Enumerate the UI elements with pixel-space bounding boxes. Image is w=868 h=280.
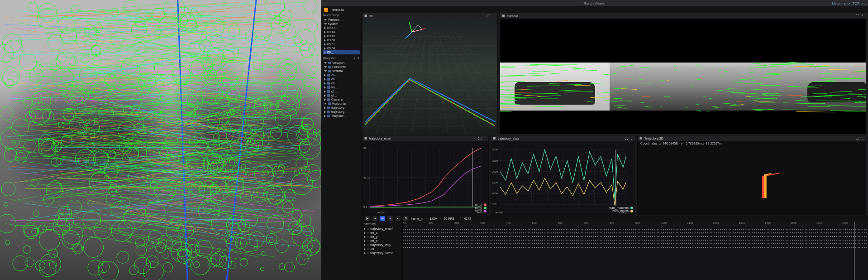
blueprint-item[interactable]: Trajector… <box>323 114 360 118</box>
recording-item[interactable]: 09:51… <box>323 42 360 46</box>
stream-item[interactable]: ○trajectory_error/ <box>364 227 401 231</box>
stream-item[interactable]: ○err_y <box>364 235 401 239</box>
panel-trajectory-stats[interactable]: ▦ trajectory_stats ⛶ ⋮ 50010001500200025… <box>491 135 635 215</box>
svg-point-421 <box>305 77 321 94</box>
trajectory-stats-plot[interactable]: 50010001500200025003000#4100#4550 <box>491 141 635 214</box>
recording-item[interactable]: 09:50… <box>323 38 360 42</box>
recording-item[interactable]: 09:49… <box>323 34 360 38</box>
panel-3d[interactable]: ▦ 3D ⛶ ⋮ <box>362 13 498 134</box>
trajectory-2d-plot[interactable] <box>638 141 866 214</box>
stream-item[interactable]: ○3d <box>364 247 401 251</box>
blueprint-item[interactable]: Horizontal <box>323 101 360 106</box>
panel-camera[interactable]: ▦ Camera ⛶ ⋮ <box>500 13 866 134</box>
menubar[interactable]: rerun.io <box>321 6 868 13</box>
recording-item[interactable]: 09:48… <box>323 30 360 34</box>
svg-line-979 <box>783 71 801 72</box>
svg-point-878 <box>477 116 477 116</box>
svg-line-1020 <box>640 68 649 68</box>
reset-icon[interactable]: ↺ <box>357 56 360 60</box>
svg-point-886 <box>487 121 488 122</box>
loop-button[interactable]: ↻ <box>403 216 408 221</box>
svg-line-933 <box>719 71 727 72</box>
svg-point-825 <box>409 79 410 80</box>
timeline-frame-value[interactable]: 4172 <box>464 217 472 220</box>
blueprint-item[interactable]: trajectory… <box>323 106 360 110</box>
svg-point-904 <box>380 108 381 109</box>
blueprint-item[interactable]: tra… <box>323 85 360 89</box>
panel-trajectory-error[interactable]: ▦ trajectory_error ⛶ ⋮ 0.346.1592#4150#4… <box>362 135 489 215</box>
timeline-toolbar[interactable]: |◂ ◂ ▶ ▸ ▸| ↻ frame_id · 1.00x · 30 FPS … <box>362 215 868 222</box>
svg-point-416 <box>305 164 321 181</box>
blueprint-item[interactable]: gt… <box>323 93 360 97</box>
more-icon[interactable]: ⋮ <box>861 136 864 140</box>
recording-item[interactable]: Welcom… <box>323 18 360 22</box>
timeline-ruler[interactable]: #010020030040050060070080090010001100120… <box>403 222 868 226</box>
blueprint-item[interactable]: Horizontal <box>323 65 360 69</box>
svg-line-964 <box>500 107 537 108</box>
next-frame-button[interactable]: ▸ <box>388 216 393 221</box>
svg-line-809 <box>441 28 484 134</box>
maximize-icon[interactable]: ⛶ <box>625 137 628 140</box>
blueprint-item[interactable]: Camera <box>323 97 360 101</box>
timeline-fps[interactable]: 30 FPS <box>444 217 454 220</box>
maximize-icon[interactable]: ⛶ <box>487 14 491 18</box>
timeline-frame-label[interactable]: frame_id <box>411 217 423 220</box>
blueprint-item[interactable]: 3D <box>323 73 360 77</box>
panel-trajectory-2d[interactable]: ▦ Trajectory 2D ⛶ ⋮ Coordinates: x=240.0… <box>637 135 866 215</box>
svg-line-1103 <box>529 75 552 76</box>
svg-point-833 <box>420 85 420 86</box>
svg-point-891 <box>493 125 494 126</box>
blueprint-sidebar[interactable]: Recordings Welcom…system09:47…09:48…09:4… <box>321 13 362 280</box>
svg-point-730 <box>94 221 112 239</box>
stream-item[interactable]: ○trajectory_img/ <box>364 243 401 247</box>
blueprint-item[interactable]: Viewport <box>323 61 360 65</box>
recording-item[interactable]: 09:54… <box>323 46 360 50</box>
timeline-speed[interactable]: 1.00x <box>429 217 437 220</box>
trajectory-error-plot[interactable]: 0.346.1592#4150#4550 <box>362 141 488 214</box>
timeline-cursor[interactable] <box>854 222 854 280</box>
view3d-canvas[interactable] <box>362 19 497 134</box>
maximize-icon[interactable]: ⛶ <box>856 14 859 18</box>
svg-point-755 <box>284 262 294 272</box>
stream-item[interactable]: ○err_z <box>364 239 401 243</box>
skip-start-button[interactable]: |◂ <box>365 216 370 221</box>
svg-line-965 <box>827 106 866 107</box>
svg-point-852 <box>444 98 444 99</box>
more-icon[interactable]: ⋮ <box>492 14 496 18</box>
timeline-streams-list[interactable]: Streams ○trajectory_error/○err_x○err_y○e… <box>362 222 403 280</box>
svg-point-880 <box>479 117 480 118</box>
blueprint-item[interactable]: ca… <box>323 81 360 85</box>
svg-point-772 <box>310 67 316 72</box>
svg-point-565 <box>292 224 302 234</box>
panel-camera-title: Camera <box>507 14 518 18</box>
recording-item[interactable]: 09:47… <box>323 26 360 30</box>
skip-end-button[interactable]: ▸| <box>396 216 401 221</box>
blueprint-item[interactable]: trajectory… <box>323 110 360 114</box>
prev-frame-button[interactable]: ◂ <box>372 216 377 221</box>
recording-item[interactable]: system <box>323 22 360 26</box>
svg-line-1045 <box>619 101 632 101</box>
blueprint-item[interactable]: ca… <box>323 77 360 81</box>
recording-item[interactable]: 09… <box>323 50 360 54</box>
svg-line-811 <box>448 28 497 134</box>
camera-viewport[interactable] <box>500 19 866 134</box>
more-icon[interactable]: ⋮ <box>861 14 864 18</box>
blueprint-item[interactable]: gt… <box>323 89 360 93</box>
stream-item[interactable]: ○err_x <box>364 231 401 235</box>
more-icon[interactable]: ⋮ <box>630 136 633 140</box>
maximize-icon[interactable]: ⛶ <box>856 137 859 140</box>
svg-point-449 <box>310 87 315 92</box>
timeline-canvas[interactable]: #010020030040050060070080090010001100120… <box>403 222 868 280</box>
timeline[interactable]: |◂ ◂ ▶ ▸ ▸| ↻ frame_id · 1.00x · 30 FPS … <box>362 215 868 280</box>
add-icon[interactable]: + <box>353 57 355 60</box>
stream-item[interactable]: ○trajectory_stats/ <box>364 251 401 255</box>
blueprint-item[interactable]: Vertical <box>323 69 360 73</box>
svg-line-812 <box>452 28 497 134</box>
more-icon[interactable]: ⋮ <box>483 136 486 140</box>
svg-line-1075 <box>587 101 595 102</box>
svg-line-983 <box>755 110 762 111</box>
maximize-icon[interactable]: ⛶ <box>478 137 482 140</box>
play-button[interactable]: ▶ <box>380 216 385 221</box>
svg-line-998 <box>717 90 729 91</box>
svg-line-1004 <box>830 92 852 92</box>
